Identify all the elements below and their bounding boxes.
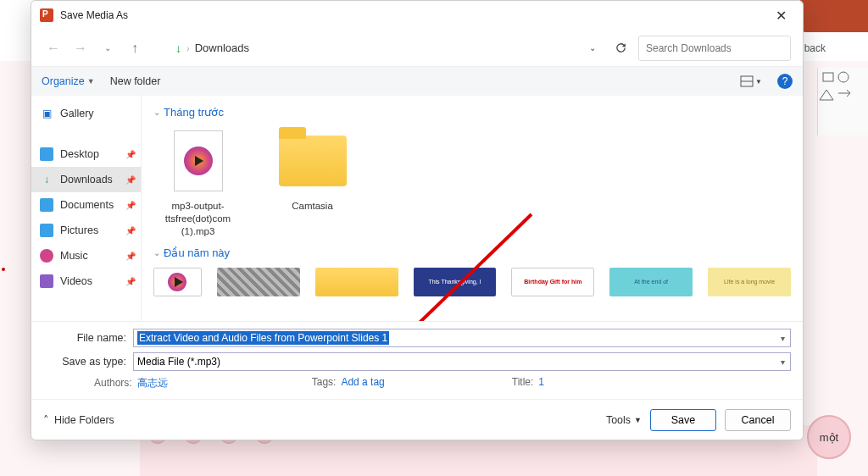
authors-label: Authors: [94, 377, 132, 389]
nav-up-button[interactable]: ↑ [125, 38, 145, 58]
metadata-row: Authors:高志远 Tags:Add a tag Title:1 [43, 376, 791, 390]
file-item[interactable] [153, 268, 202, 296]
file-item[interactable]: Birthday Gift for him [511, 268, 594, 296]
pictures-icon [40, 224, 53, 237]
sidebar-item-label: Downloads [60, 174, 113, 185]
group-header-last-month[interactable]: ⌄ Tháng trước [153, 106, 791, 119]
hide-folders-label: Hide Folders [54, 414, 114, 426]
svg-point-1 [838, 72, 849, 82]
sidebar-item-pictures[interactable]: Pictures 📌 [31, 218, 141, 243]
title-meta-label: Title: [512, 376, 534, 388]
title-meta-value[interactable]: 1 [538, 376, 544, 388]
recording-dot-icon [2, 268, 5, 271]
file-name-label: File name: [43, 332, 133, 344]
file-name-input[interactable]: Extract Video and Audio Files from Power… [133, 329, 791, 347]
powerpoint-icon [40, 8, 53, 22]
sidebar-item-music[interactable]: Music 📌 [31, 243, 141, 268]
titlebar: Save Media As ✕ [31, 1, 803, 30]
sidebar-item-videos[interactable]: Videos 📌 [31, 268, 141, 294]
chevron-down-icon: ⌄ [153, 108, 160, 117]
view-mode-button[interactable]: ▼ [740, 70, 762, 92]
file-row: mp3-output-ttsfree(dot)com (1).mp3 Camta… [153, 127, 791, 238]
refresh-button[interactable] [609, 37, 632, 59]
save-type-label: Save as type: [43, 356, 133, 368]
breadcrumb-segment[interactable]: Downloads [195, 42, 249, 54]
sidebar-item-label: Desktop [60, 148, 99, 160]
pin-icon: 📌 [125, 252, 136, 261]
gallery-icon: ▣ [40, 107, 53, 120]
pin-icon: 📌 [125, 277, 136, 286]
sidebar-item-label: Music [60, 250, 88, 262]
hide-folders-button[interactable]: ˄ Hide Folders [43, 413, 114, 426]
chevron-right-icon: › [186, 43, 190, 53]
svg-marker-2 [820, 90, 833, 100]
svg-line-5 [847, 93, 850, 97]
help-button[interactable]: ? [777, 74, 793, 89]
videos-icon [40, 274, 53, 288]
nav-forward-button[interactable]: → [70, 38, 91, 58]
file-item[interactable] [217, 268, 300, 296]
sidebar: ▣ Gallery Desktop 📌 ↓ Downloads 📌 Docume… [31, 96, 142, 321]
save-button[interactable]: Save [650, 409, 716, 431]
documents-icon [40, 198, 53, 212]
file-item-mp3[interactable]: mp3-output-ttsfree(dot)com (1).mp3 [153, 127, 242, 238]
file-item[interactable]: This Thanksgiving, I [414, 268, 497, 296]
downloads-icon: ↓ [40, 173, 53, 186]
file-item[interactable]: At the end of [609, 268, 693, 296]
sidebar-item-documents[interactable]: Documents 📌 [31, 192, 141, 218]
sidebar-item-desktop[interactable]: Desktop 📌 [31, 141, 141, 167]
file-label: Camtasia [268, 200, 357, 213]
pin-icon: 📌 [125, 226, 136, 235]
chevron-down-icon: ▼ [87, 77, 95, 86]
svg-rect-0 [823, 73, 833, 81]
organize-button[interactable]: Organize ▼ [42, 75, 95, 87]
authors-value[interactable]: 高志远 [137, 377, 168, 389]
folder-item[interactable] [315, 268, 398, 296]
search-input[interactable] [638, 36, 791, 61]
file-label: mp3-output-ttsfree(dot)com (1).mp3 [153, 200, 242, 238]
tags-value[interactable]: Add a tag [341, 376, 384, 388]
sidebar-item-label: Pictures [60, 224, 98, 236]
group-header-early-year[interactable]: ⌄ Đầu năm này [153, 246, 791, 259]
desktop-icon [40, 147, 53, 161]
tools-label: Tools [606, 414, 631, 426]
save-type-select[interactable]: Media File (*.mp3) [133, 352, 791, 371]
dialog-title: Save Media As [60, 9, 764, 21]
shapes-icon [818, 68, 860, 119]
nav-back-button[interactable]: ← [43, 38, 64, 58]
bg-ribbon-accent [800, 0, 868, 32]
dialog-body: ▣ Gallery Desktop 📌 ↓ Downloads 📌 Docume… [31, 96, 803, 321]
pin-icon: 📌 [125, 201, 136, 210]
folder-item-camtasia[interactable]: Camtasia [268, 127, 357, 238]
sidebar-item-downloads[interactable]: ↓ Downloads 📌 [31, 167, 141, 192]
dialog-footer: ˄ Hide Folders Tools ▼ Save Cancel [31, 399, 803, 440]
file-name-value: Extract Video and Audio Files from Power… [137, 331, 389, 345]
group-label: Tháng trước [164, 106, 224, 119]
folder-icon [279, 136, 347, 186]
chevron-up-icon: ˄ [43, 413, 49, 426]
chevron-down-icon: ▼ [634, 416, 642, 424]
breadcrumb[interactable]: ↓ › Downloads [170, 42, 254, 55]
file-row: This Thanksgiving, I Birthday Gift for h… [153, 268, 791, 296]
file-browser[interactable]: ⌄ Tháng trước mp3-output-ttsfree(dot)com… [142, 96, 803, 321]
audio-file-icon [168, 273, 186, 291]
toolbar: Organize ▼ New folder ▼ ? [31, 67, 803, 96]
bg-back-label: back [804, 42, 826, 54]
tools-button[interactable]: Tools ▼ [606, 414, 642, 426]
downloads-icon: ↓ [175, 42, 181, 55]
close-button[interactable]: ✕ [764, 3, 798, 28]
save-as-dialog: Save Media As ✕ ← → ⌄ ↑ ↓ › Downloads ⌄ … [31, 0, 804, 440]
bg-side-panel [817, 68, 868, 136]
form-area: File name: Extract Video and Audio Files… [31, 321, 803, 399]
svg-line-4 [847, 90, 850, 93]
cancel-button[interactable]: Cancel [725, 409, 791, 431]
music-icon [40, 249, 53, 263]
new-folder-button[interactable]: New folder [110, 75, 161, 87]
sidebar-item-label: Documents [60, 199, 114, 211]
sidebar-item-gallery[interactable]: ▣ Gallery [31, 101, 141, 126]
file-item[interactable]: Life is a long movie [708, 268, 791, 296]
pin-icon: 📌 [125, 175, 136, 185]
path-dropdown-button[interactable]: ⌄ [582, 38, 603, 58]
tags-label: Tags: [312, 376, 337, 388]
nav-recent-button[interactable]: ⌄ [97, 38, 118, 58]
